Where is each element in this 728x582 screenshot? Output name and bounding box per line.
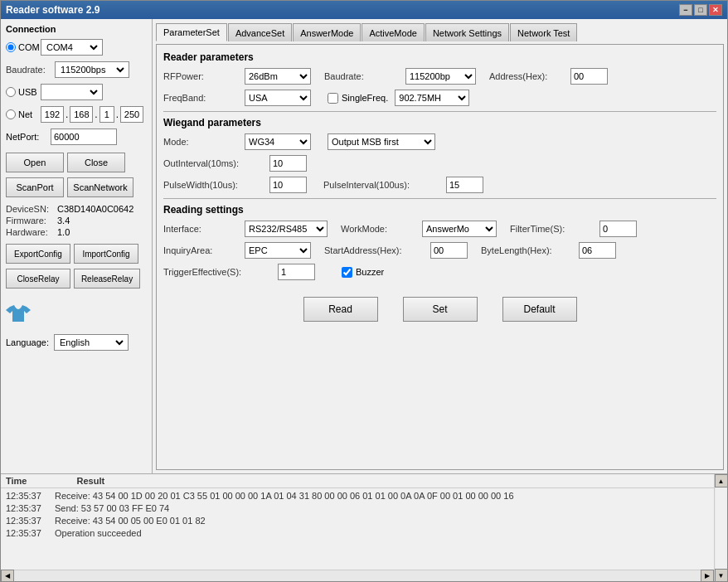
language-row: Language: English Chinese — [6, 334, 147, 351]
freqband-row: FreqBand: USA SingleFreq. 902.75MH — [163, 90, 716, 106]
device-info: DeviceSN: C38D140A0C0642 Firmware: 3.4 H… — [6, 204, 147, 239]
filter-time-label: FilterTime(S): — [510, 224, 593, 234]
default-button[interactable]: Default — [502, 297, 577, 322]
log-time-header: Time — [6, 476, 27, 486]
scroll-down-button[interactable]: ▼ — [715, 569, 728, 581]
com-select-wrapper[interactable]: COM4 — [41, 39, 103, 56]
net-radio[interactable] — [6, 109, 16, 119]
usb-radio-label[interactable]: USB — [6, 87, 37, 97]
firmware-row: Firmware: 3.4 — [6, 216, 147, 226]
filter-time-input[interactable] — [599, 221, 637, 237]
start-address-input[interactable] — [430, 242, 468, 259]
device-sn-label: DeviceSN: — [6, 204, 54, 214]
close-relay-button[interactable]: CloseRelay — [6, 269, 70, 289]
h-scrollbar-track[interactable] — [14, 571, 701, 581]
rfpower-label: RFPower: — [163, 71, 238, 81]
com-row: COM COM4 — [6, 39, 147, 56]
tab-network-test[interactable]: Network Test — [510, 23, 577, 41]
tab-advanceset[interactable]: AdvanceSet — [228, 23, 292, 41]
usb-select-wrapper[interactable] — [41, 84, 103, 100]
scroll-right-button[interactable]: ▶ — [701, 570, 714, 582]
separator-2 — [163, 198, 716, 199]
rfpower-select[interactable]: 26dBm — [245, 68, 311, 85]
language-select-wrapper[interactable]: English Chinese — [54, 334, 129, 351]
release-relay-button[interactable]: ReleaseRelay — [74, 269, 140, 289]
log-body[interactable]: 12:35:37 Receive: 43 54 00 1D 00 20 01 C… — [1, 488, 714, 570]
ip-field-3[interactable] — [99, 106, 114, 123]
tab-parameterset[interactable]: ParameterSet — [156, 23, 227, 41]
mode-select[interactable]: WG34 — [245, 133, 311, 150]
language-select[interactable]: English Chinese — [56, 335, 126, 350]
netport-input[interactable] — [51, 129, 117, 145]
export-config-button[interactable]: ExportConfig — [6, 244, 70, 264]
tab-activemode[interactable]: ActiveMode — [362, 23, 424, 41]
scroll-up-button[interactable]: ▲ — [715, 474, 728, 487]
import-config-button[interactable]: ImportConfig — [74, 244, 138, 264]
minimize-button[interactable]: − — [679, 4, 692, 16]
log-time-3: 12:35:37 — [6, 528, 51, 538]
open-button[interactable]: Open — [6, 153, 64, 172]
log-time-0: 12:35:37 — [6, 491, 51, 501]
interface-select[interactable]: RS232/RS485 Wiegand USB — [245, 221, 328, 237]
v-scrollbar-track[interactable] — [716, 487, 727, 569]
baudrate-select-wrapper[interactable]: 115200bps — [55, 61, 129, 78]
tab-answermode[interactable]: AnswerMode — [293, 23, 361, 41]
horizontal-scrollbar[interactable]: ◀ ▶ — [1, 570, 714, 581]
device-sn-row: DeviceSN: C38D140A0C0642 — [6, 204, 147, 214]
log-row: 12:35:37 Operation succeeded — [2, 527, 712, 540]
netport-label: NetPort: — [6, 132, 47, 142]
inquiry-area-select[interactable]: EPC TID USER — [245, 242, 311, 259]
buzzer-checkbox[interactable] — [342, 267, 352, 278]
single-freq-select[interactable]: 902.75MH — [395, 90, 469, 106]
right-panel: ParameterSet AdvanceSet AnswerMode Activ… — [153, 19, 727, 473]
trigger-effective-input[interactable] — [278, 264, 315, 280]
address-hex-input[interactable] — [570, 68, 608, 85]
baudrate-param-select[interactable]: 115200bp — [405, 68, 476, 85]
interval-row: OutInterval(10ms): — [163, 155, 716, 172]
scroll-left-button[interactable]: ◀ — [1, 570, 14, 582]
out-interval-input[interactable] — [269, 155, 307, 172]
close-window-button[interactable]: ✕ — [709, 4, 722, 16]
com-select[interactable]: COM4 — [43, 40, 100, 55]
title-bar: Reader software 2.9 − □ ✕ — [1, 1, 727, 19]
ip-field-1[interactable] — [41, 106, 64, 123]
usb-radio[interactable] — [6, 87, 16, 97]
inquiry-row: InquiryArea: EPC TID USER StartAddress(H… — [163, 242, 716, 259]
vertical-scrollbar[interactable]: ▲ ▼ — [714, 474, 727, 581]
workmode-select[interactable]: AnswerMo ActiveMode — [422, 221, 497, 237]
single-freq-checkbox-label[interactable]: SingleFreq. — [328, 93, 388, 104]
scan-port-button[interactable]: ScanPort — [6, 177, 64, 197]
baudrate-select[interactable]: 115200bps — [57, 62, 127, 77]
log-header: Time Result — [1, 474, 714, 488]
tab-network-settings[interactable]: Network Settings — [425, 23, 509, 41]
net-row: Net . . . — [6, 106, 147, 123]
reading-settings-title: Reading settings — [163, 204, 716, 216]
usb-select[interactable] — [43, 85, 100, 99]
com-radio[interactable] — [6, 42, 16, 52]
set-button[interactable]: Set — [403, 297, 478, 322]
wiegand-params-title: Wiegand parameters — [163, 117, 716, 129]
main-window: Reader software 2.9 − □ ✕ Connection COM — [0, 0, 728, 582]
baudrate-param-label: Baudrate: — [324, 71, 399, 81]
maximize-button[interactable]: □ — [694, 4, 707, 16]
ip-field-2[interactable] — [70, 106, 93, 123]
close-button[interactable]: Close — [67, 153, 125, 172]
read-button[interactable]: Read — [303, 297, 378, 322]
pulse-interval-input[interactable] — [446, 177, 483, 193]
com-radio-label[interactable]: COM — [6, 42, 37, 52]
byte-length-input[interactable] — [579, 242, 616, 259]
buzzer-checkbox-label[interactable]: Buzzer — [342, 267, 384, 278]
ip-field-4[interactable] — [120, 106, 143, 123]
trigger-effective-label: TriggerEffective(S): — [163, 267, 271, 277]
log-result-2: Receive: 43 54 00 05 00 E0 01 01 82 — [55, 516, 709, 526]
single-freq-checkbox[interactable] — [328, 93, 338, 104]
relay-row: CloseRelay ReleaseRelay — [6, 269, 147, 289]
pulse-width-label: PulseWidth(10us): — [163, 180, 263, 190]
tshirt-icon-area — [6, 297, 147, 327]
net-radio-label[interactable]: Net — [6, 109, 37, 119]
pulse-width-input[interactable] — [269, 177, 307, 193]
scan-network-button[interactable]: ScanNetwork — [67, 177, 133, 197]
output-msb-select[interactable]: Output MSB first Output LSB first — [328, 133, 435, 150]
open-close-row: Open Close — [6, 153, 147, 172]
freqband-select[interactable]: USA — [245, 90, 311, 106]
